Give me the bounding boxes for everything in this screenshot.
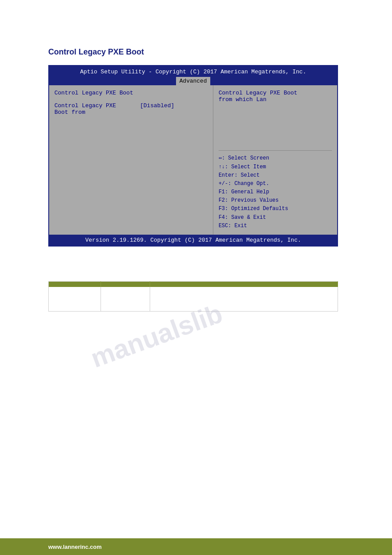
- table-body: [49, 287, 338, 311]
- setting-label-line2: Boot from: [54, 109, 85, 116]
- key-help-line-4: +/-: Change Opt.: [219, 180, 332, 188]
- footer-bar: www.lannerinc.com: [0, 538, 392, 555]
- key-help-line-3: Enter: Select: [219, 171, 332, 180]
- table-cell-1: [49, 287, 101, 311]
- bios-header: Aptio Setup Utility - Copyright (C) 2017…: [49, 66, 337, 76]
- bios-key-help: ⇔: Select Screen ↑↓: Select Item Enter: …: [219, 154, 332, 230]
- bios-tab-advanced[interactable]: Advanced: [176, 77, 210, 85]
- table-header-row: [49, 282, 338, 287]
- table-row: [49, 287, 338, 311]
- key-help-line-2: ↑↓: Select Item: [219, 163, 332, 171]
- bios-footer: Version 2.19.1269. Copyright (C) 2017 Am…: [49, 235, 337, 246]
- table-cell-2: [101, 287, 150, 311]
- bios-setting-row: Control Legacy PXE Boot from [Disabled]: [54, 102, 208, 116]
- key-help-line-6: F2: Previous Values: [219, 196, 332, 205]
- bios-tabbar: Advanced: [49, 76, 337, 85]
- bios-left-panel: Control Legacy PXE Boot Control Legacy P…: [49, 85, 213, 235]
- bios-screen: Aptio Setup Utility - Copyright (C) 2017…: [48, 65, 338, 247]
- setting-label-line1: Control Legacy PXE: [54, 102, 116, 109]
- data-table: [48, 281, 338, 312]
- bios-main-content: Control Legacy PXE Boot Control Legacy P…: [49, 85, 337, 235]
- key-help-line-5: F1: General Help: [219, 188, 332, 196]
- key-help-line-7: F3: Optimized Defaults: [219, 205, 332, 213]
- bios-divider: [219, 150, 332, 151]
- table-container: [48, 281, 338, 312]
- key-help-line-9: ESC: Exit: [219, 222, 332, 230]
- bios-help-text: Control Legacy PXE Bootfrom which Lan: [219, 90, 332, 143]
- key-help-line-1: ⇔: Select Screen: [219, 154, 332, 163]
- table-cell-3: [150, 287, 338, 311]
- col-header-3: [150, 282, 338, 287]
- bios-section-title: Control Legacy PXE Boot: [54, 90, 208, 96]
- bios-right-panel: Control Legacy PXE Bootfrom which Lan ⇔:…: [213, 85, 337, 235]
- bios-setting-label: Control Legacy PXE Boot from: [54, 102, 140, 116]
- footer-url: www.lannerinc.com: [48, 544, 102, 550]
- table-header: [49, 282, 338, 287]
- col-header-1: [49, 282, 101, 287]
- bios-setting-value[interactable]: [Disabled]: [140, 102, 174, 109]
- col-header-2: [101, 282, 150, 287]
- key-help-line-8: F4: Save & Exit: [219, 214, 332, 222]
- page-title: Control Legacy PXE Boot: [48, 47, 144, 57]
